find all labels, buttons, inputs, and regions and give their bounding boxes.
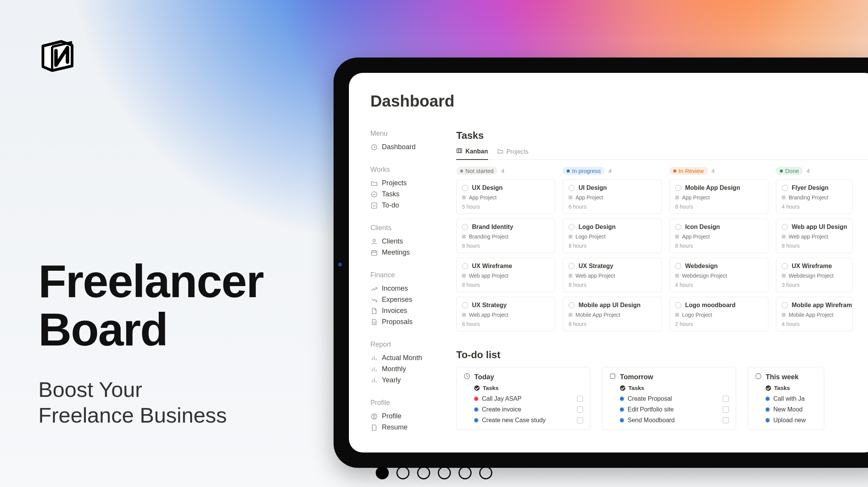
project-dot-icon [782,196,786,199]
todo-item[interactable]: Call Jay ASAP [464,393,583,404]
todo-col-header[interactable]: Today [464,373,583,382]
carousel-dot-2[interactable] [417,466,430,479]
column-count: 4 [807,168,810,174]
task-card[interactable]: UI DesignApp Project6 hours [563,179,662,214]
priority-dot-icon [474,397,478,401]
svg-point-10 [756,373,761,379]
todo-col-header[interactable]: This week [755,373,817,382]
task-card[interactable]: Flyer DesignBranding Project4 hours [776,179,853,214]
file-text-icon [370,318,378,326]
sidebar-item-invoices[interactable]: Invoices [370,305,455,316]
task-title: UI Design [579,184,607,191]
task-card[interactable]: WebdesignWebdesign Project4 hours [669,258,768,292]
task-card[interactable]: Brand IdentityBranding Project8 hours [456,219,555,253]
todo-item[interactable]: Send Moodboard [609,415,729,426]
task-card[interactable]: UX WireframeWebdesign Project3 hours [776,258,853,292]
task-project: App Project [469,194,496,201]
task-card[interactable]: UX StrategyWeb app Project8 hours [456,297,555,331]
task-card[interactable]: UX WireframeWeb app Project8 hours [456,258,555,292]
sidebar-item-tasks[interactable]: Tasks [370,189,455,200]
todo-item[interactable]: Call with Ja [755,393,817,404]
sidebar-item-actual-month[interactable]: Actual Month [370,352,455,364]
task-card[interactable]: UX DesignApp Project5 hours [456,179,555,214]
sidebar-item-profile[interactable]: Profile [370,411,455,422]
carousel-dot-0[interactable] [376,466,389,479]
todo-item[interactable]: Upload new [755,415,817,426]
task-hours: 4 hours [782,321,847,327]
checkbox-icon[interactable] [577,406,583,413]
sidebar-item-incomes[interactable]: Incomes [370,283,455,294]
todo-col-header[interactable]: Tomorrow [609,373,729,382]
file-icon [370,307,378,315]
task-project: App Project [682,194,710,201]
sidebar-item-projects[interactable]: Projects [370,178,455,189]
task-card[interactable]: Mobile App DesignApp Project8 hours [669,179,768,214]
kanban-board: Not started4UX DesignApp Project5 hoursB… [456,167,868,336]
todo-item[interactable]: Create new Case study [464,415,583,426]
task-card[interactable]: Icon DesignApp Project8 hours [669,219,768,253]
sidebar-item-monthly[interactable]: Monthly [370,364,455,375]
task-status-icon [782,185,788,191]
tab-kanban[interactable]: Kanban [456,148,488,160]
hero-headline: Freelancer Board Boost Your Freelance Bu… [38,257,263,428]
tab-projects[interactable]: Projects [497,148,529,160]
todo-text: Create Proposal [628,395,672,402]
project-dot-icon [462,196,466,199]
kanban-col-in-review: In Review4Mobile App DesignApp Project8 … [669,167,768,336]
task-card[interactable]: Mobile app UI DesignMobile App Project8 … [563,297,662,331]
square-icon [609,373,616,382]
sidebar-item-label: Yearly [382,376,401,384]
task-status-icon [569,224,575,230]
priority-dot-icon [474,418,478,422]
carousel-dot-1[interactable] [396,466,409,479]
task-title: Flyer Design [792,184,829,191]
carousel-dot-4[interactable] [459,466,472,479]
task-card[interactable]: Mobile app WireframeMobile App Project4 … [776,297,853,331]
checkbox-icon[interactable] [577,396,583,402]
task-title: UX Wireframe [792,263,832,270]
task-project: Mobile App Project [789,312,833,318]
avatar-icon [370,413,378,420]
todo-item[interactable]: Create invoice [464,404,583,415]
todo-col-tomorrow: TomorrowTasksCreate ProposalEdit Portfol… [602,367,736,430]
task-card[interactable]: Logo moodboardLogo Project2 hours [669,297,768,331]
task-title: UX Design [472,184,503,191]
trend-down-icon [370,296,378,304]
sidebar-item-meetings[interactable]: Meetings [370,247,455,258]
sidebar-item-expenses[interactable]: Expenses [370,294,455,305]
status-pill: In progress [563,167,605,175]
ipad-camera [338,263,342,267]
sidebar-item-yearly[interactable]: Yearly [370,375,455,386]
task-project: Logo Project [575,234,606,240]
priority-dot-icon [620,418,624,422]
task-hours: 5 hours [462,204,549,210]
todo-item[interactable]: New Mood [755,404,817,415]
checkbox-icon[interactable] [723,406,729,413]
dashboard-icon [370,143,378,151]
sidebar-item-dashboard[interactable]: Dashboard [370,141,455,153]
project-dot-icon [569,313,572,317]
task-title: UX Wireframe [472,263,512,270]
todo-text: Call Jay ASAP [482,395,521,402]
task-status-icon [675,302,681,308]
todo-item[interactable]: Create Proposal [609,393,729,404]
sidebar-item-label: Incomes [382,285,408,293]
sidebar-item-proposals[interactable]: Proposals [370,316,455,327]
svg-rect-7 [457,149,462,153]
task-hours: 8 hours [675,204,763,210]
sidebar-item-label: Invoices [382,307,407,315]
checkbox-icon[interactable] [577,417,583,423]
sidebar-item-to-do[interactable]: To-do [370,200,455,211]
task-card[interactable]: Web app UI DesignWeb app Project8 hours [776,219,853,253]
task-status-icon [675,224,681,230]
carousel-dot-3[interactable] [438,466,451,479]
sidebar-item-resume[interactable]: Resume [370,422,455,433]
task-card[interactable]: Logo DesignLogo Project8 hours [563,219,662,253]
task-card[interactable]: UX StrategyWeb app Project8 hours [563,258,662,292]
task-hours: 3 hours [782,282,847,288]
checkbox-icon[interactable] [723,396,729,402]
carousel-dot-5[interactable] [479,466,492,479]
sidebar-item-clients[interactable]: Clients [370,236,455,247]
checkbox-icon[interactable] [723,417,729,423]
todo-item[interactable]: Edit Portfolio site [609,404,729,415]
